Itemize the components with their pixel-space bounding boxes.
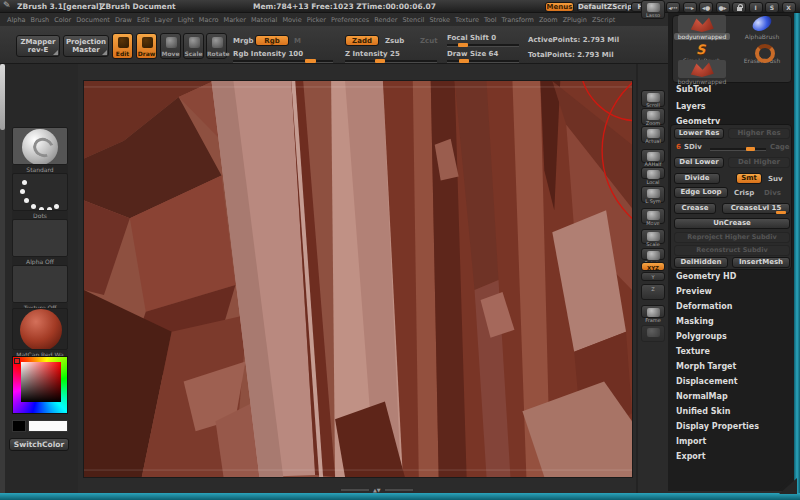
saturation-value-square[interactable] <box>21 362 61 402</box>
palette-section-header[interactable]: Unified Skin <box>676 407 759 416</box>
del-higher-button[interactable]: Del Higher <box>728 157 790 168</box>
reproject-button[interactable]: Reproject Higher Subdiv <box>674 232 790 243</box>
crease-lvl-handle[interactable] <box>776 211 786 214</box>
insert-mesh-button[interactable]: InsertMesh <box>732 257 790 268</box>
shelf-button[interactable]: Frame <box>641 305 665 318</box>
draw-size-handle[interactable] <box>459 59 469 63</box>
shelf-button[interactable]: Rotate <box>641 248 665 260</box>
secondary-color-swatch[interactable] <box>12 420 26 432</box>
scale-button[interactable]: Scale <box>183 33 204 59</box>
divide-button[interactable]: Divide <box>674 173 720 184</box>
shelf-button[interactable] <box>641 325 665 342</box>
rgb-intensity-handle[interactable] <box>305 59 316 63</box>
canvas[interactable] <box>83 80 633 478</box>
suv-button[interactable]: Suv <box>768 175 783 183</box>
zsub-label[interactable]: Zsub <box>385 37 404 45</box>
crease-button[interactable]: Crease <box>674 203 716 214</box>
del-hidden-button[interactable]: DelHidden <box>674 257 728 268</box>
shelf-button[interactable]: Z <box>641 284 665 300</box>
menu-item[interactable]: Zoom <box>539 16 558 24</box>
draw-button[interactable]: Draw <box>136 33 157 59</box>
menu-item[interactable]: Draw <box>115 16 132 24</box>
z-intensity-handle[interactable] <box>375 59 385 63</box>
window-button[interactable]: X <box>782 2 796 13</box>
sdiv-slider[interactable] <box>710 148 766 150</box>
higher-res-button[interactable]: Higher Res <box>728 128 790 139</box>
menu-item[interactable]: Render <box>374 16 397 24</box>
rotate-button[interactable]: Rotate <box>206 33 227 59</box>
menu-item[interactable]: Stroke <box>429 16 450 24</box>
window-button[interactable]: I <box>749 2 763 13</box>
reconstruct-button[interactable]: Reconstruct Subdiv <box>674 245 790 256</box>
edit-button[interactable]: Edit <box>112 33 133 59</box>
shelf-button[interactable]: Lasso <box>641 0 665 19</box>
resize-grip[interactable] <box>779 478 797 494</box>
window-button[interactable]: ●▸ <box>716 2 730 13</box>
palette-section-header[interactable]: Import <box>676 437 759 446</box>
color-cursor[interactable] <box>14 358 20 364</box>
zadd-button[interactable]: Zadd <box>345 35 379 46</box>
color-picker[interactable] <box>12 356 68 414</box>
shelf-button[interactable]: AAHalf <box>641 149 665 163</box>
menu-item[interactable]: Light <box>178 16 194 24</box>
shelf-button[interactable]: XYZ <box>641 262 665 271</box>
cage-button[interactable]: Cage <box>770 143 790 151</box>
shelf-button[interactable]: Move <box>641 208 665 224</box>
crisp-button[interactable]: Crisp <box>734 189 754 197</box>
menu-item[interactable]: Alpha <box>7 16 25 24</box>
window-button[interactable]: ◂⋯ <box>666 2 680 13</box>
palette-section-header[interactable]: Deformation <box>676 302 759 311</box>
menus-button[interactable]: Menus <box>545 2 574 12</box>
switch-color-button[interactable]: SwitchColor <box>9 438 69 451</box>
tray-item[interactable]: Standard <box>12 127 68 174</box>
zcut-label[interactable]: Zcut <box>420 37 438 45</box>
tray-item[interactable]: Texture Off <box>12 265 68 312</box>
palette-section-header[interactable]: Masking <box>676 317 759 326</box>
palette-section-header[interactable]: Displacement <box>676 377 759 386</box>
palette-section-header[interactable]: NormalMap <box>676 392 759 401</box>
palette-section-header[interactable]: Polygroups <box>676 332 759 341</box>
del-lower-button[interactable]: Del Lower <box>674 157 724 168</box>
default-zscript-button[interactable]: DefaultZScript <box>577 2 628 12</box>
section-layers[interactable]: Layers <box>676 102 706 111</box>
smt-button[interactable]: Smt <box>736 173 762 184</box>
shelf-button[interactable]: Scale <box>641 229 665 244</box>
bottom-tray-edge[interactable] <box>0 493 800 500</box>
shelf-button[interactable]: Local <box>641 167 665 179</box>
menu-item[interactable]: Document <box>76 16 110 24</box>
tray-item[interactable]: Dots <box>12 173 68 220</box>
menu-item[interactable]: Color <box>54 16 71 24</box>
shelf-button[interactable]: Scroll <box>641 90 665 107</box>
shelf-button[interactable]: Actual <box>641 126 665 143</box>
m-label[interactable]: M <box>294 37 301 45</box>
right-tray-edge[interactable] <box>794 13 800 500</box>
window-button[interactable]: ⋯▸ <box>683 2 697 13</box>
palette-section-header[interactable]: Texture <box>676 347 759 356</box>
menu-item[interactable]: ZScript <box>592 16 615 24</box>
focal-shift-handle[interactable] <box>458 43 468 47</box>
menu-item[interactable]: Preferences <box>331 16 369 24</box>
menu-item[interactable]: Picker <box>307 16 326 24</box>
menu-item[interactable]: Macro <box>199 16 219 24</box>
shelf-button[interactable]: Zoom <box>641 108 665 125</box>
draw-size-slider[interactable] <box>447 60 519 62</box>
window-button[interactable]: S <box>765 2 779 13</box>
projection-master-button[interactable]: ProjectionMaster <box>63 35 109 57</box>
tray-item[interactable]: MatCap Red Wa <box>12 308 68 359</box>
menu-item[interactable]: Transform <box>502 16 534 24</box>
tool-thumbnail[interactable]: EraserBrush <box>734 44 790 64</box>
tool-thumbnail[interactable]: bodyunwrapped <box>674 15 730 40</box>
rgb-button[interactable]: Rgb <box>255 35 289 46</box>
shelf-button[interactable]: L.Sym <box>641 186 665 203</box>
tool-thumbnail[interactable]: bodyunwrapped <box>674 60 730 85</box>
main-color-swatch[interactable] <box>28 420 68 432</box>
palette-section-header[interactable]: Geometry HD <box>676 272 759 281</box>
menu-item[interactable]: Tool <box>484 16 497 24</box>
menu-item[interactable]: Layer <box>155 16 173 24</box>
menu-item[interactable]: Marker <box>224 16 246 24</box>
mrgb-label[interactable]: Mrgb <box>233 37 253 45</box>
menu-item[interactable]: Movie <box>282 16 301 24</box>
palette-section-header[interactable]: Export <box>676 452 759 461</box>
zmapper-button[interactable]: ZMapperrev-E <box>16 35 60 57</box>
shelf-button[interactable]: Y <box>641 272 665 281</box>
